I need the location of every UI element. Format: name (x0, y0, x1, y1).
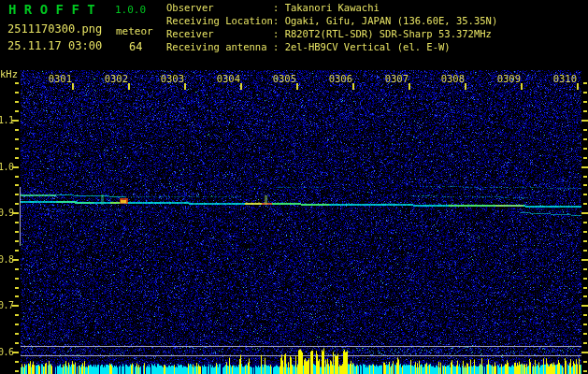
freq-minor-tick (15, 82, 19, 84)
time-label: 0310 (549, 73, 577, 84)
info-label: Receiver (166, 28, 214, 39)
freq-minor-tick-right (583, 287, 587, 289)
hrofft-window: H R O F F T 1.0.0 2511170300.png meteor … (0, 0, 588, 374)
time-tick (184, 83, 186, 90)
freq-minor-tick (15, 110, 19, 112)
freq-minor-tick (15, 138, 19, 140)
time-tick (296, 83, 298, 90)
freq-major-tick (12, 352, 19, 353)
freq-label: 0.6 (0, 347, 12, 357)
freq-minor-tick (15, 222, 19, 223)
freq-minor-tick-right (583, 176, 587, 178)
freq-minor-tick-right (583, 370, 587, 372)
time-label: 0305 (268, 73, 296, 84)
freq-minor-tick-right (583, 268, 587, 270)
freq-minor-tick-right (583, 231, 587, 233)
freq-minor-tick-right (583, 295, 587, 297)
freq-major-tick (12, 305, 19, 307)
freq-major-tick-right (581, 120, 588, 122)
freq-minor-tick (15, 342, 19, 344)
time-tick (72, 83, 74, 90)
freq-major-tick-right (581, 166, 588, 168)
info-value: : 2el-HB9CV Vertical (el. E-W) (273, 41, 451, 52)
freq-minor-tick (15, 101, 19, 103)
freq-major-tick (12, 212, 19, 214)
freq-major-tick (12, 120, 19, 122)
freq-minor-tick (15, 333, 19, 335)
time-label: 0307 (380, 73, 409, 84)
freq-minor-tick-right (583, 278, 587, 280)
freq-minor-tick-right (583, 203, 587, 205)
info-row: Receiver: R820T2(RTL-SDR) SDR-Sharp 53.3… (0, 28, 588, 40)
time-label: 0303 (156, 73, 184, 84)
freq-minor-tick-right (583, 342, 587, 344)
freq-minor-tick-right (583, 148, 587, 150)
freq-minor-tick (15, 194, 19, 195)
freq-minor-tick-right (583, 240, 587, 242)
freq-minor-tick (15, 240, 19, 242)
time-tick (577, 83, 579, 90)
freq-minor-tick-right (583, 110, 587, 112)
freq-minor-tick (15, 92, 19, 94)
info-row: Receiving Location: Ogaki, Gifu, JAPAN (… (0, 15, 588, 27)
freq-minor-tick (15, 314, 19, 316)
freq-minor-tick (15, 250, 19, 252)
freq-minor-tick (15, 268, 19, 270)
time-tick (240, 83, 242, 90)
freq-label: 0.9 (0, 208, 12, 218)
freq-label: 1.1 (0, 115, 12, 125)
freq-major-tick (12, 259, 19, 261)
freq-minor-tick (15, 324, 19, 325)
time-tick (465, 83, 466, 90)
freq-minor-tick (15, 184, 19, 186)
freq-minor-tick (15, 203, 19, 205)
info-label: Receiving antenna (166, 41, 266, 52)
freq-minor-tick-right (583, 361, 587, 363)
info-label: Receiving Location (166, 15, 273, 26)
freq-minor-tick (15, 287, 19, 289)
freq-label: 1.0 (0, 162, 12, 172)
freq-major-tick (12, 166, 19, 168)
freq-minor-tick (15, 361, 19, 363)
spectrogram-canvas (0, 0, 588, 374)
freq-minor-tick-right (583, 138, 587, 140)
freq-minor-tick (15, 129, 19, 131)
time-tick (128, 83, 130, 90)
freq-minor-tick (15, 370, 19, 372)
freq-major-tick-right (581, 305, 588, 307)
time-label: 0308 (437, 73, 465, 84)
info-label: Observer (166, 2, 214, 13)
time-tick (409, 83, 410, 90)
freq-minor-tick (15, 148, 19, 150)
freq-minor-tick-right (583, 333, 587, 335)
freq-minor-tick (15, 157, 19, 159)
freq-minor-tick-right (583, 129, 587, 131)
time-label: 0302 (100, 73, 128, 84)
freq-minor-tick-right (583, 101, 587, 103)
freq-minor-tick-right (583, 222, 587, 223)
freq-major-tick-right (581, 212, 588, 214)
info-value: : R820T2(RTL-SDR) SDR-Sharp 53.372MHz (273, 28, 492, 39)
time-tick (352, 83, 354, 90)
freq-minor-tick (15, 176, 19, 178)
time-label: 0306 (324, 73, 352, 84)
freq-minor-tick-right (583, 324, 587, 325)
freq-major-tick-right (581, 259, 588, 261)
freq-minor-tick (15, 295, 19, 297)
freq-minor-tick (15, 231, 19, 233)
freq-major-tick-right (581, 352, 588, 353)
info-row: Observer: Takanori Kawachi (0, 2, 588, 14)
freq-label: 0.7 (0, 300, 12, 310)
time-label: 0304 (212, 73, 240, 84)
info-row: Receiving antenna: 2el-HB9CV Vertical (e… (0, 41, 588, 53)
freq-minor-tick-right (583, 314, 587, 316)
freq-minor-tick-right (583, 92, 587, 94)
freq-label: 0.8 (0, 254, 12, 265)
freq-minor-tick-right (583, 184, 587, 186)
freq-unit-label: kHz (0, 69, 18, 80)
freq-minor-tick-right (583, 82, 587, 84)
info-value: : Takanori Kawachi (273, 2, 380, 13)
info-value: : Ogaki, Gifu, JAPAN (136.60E, 35.35N) (273, 15, 497, 26)
time-tick (521, 83, 523, 90)
time-label: 0309 (493, 73, 521, 84)
